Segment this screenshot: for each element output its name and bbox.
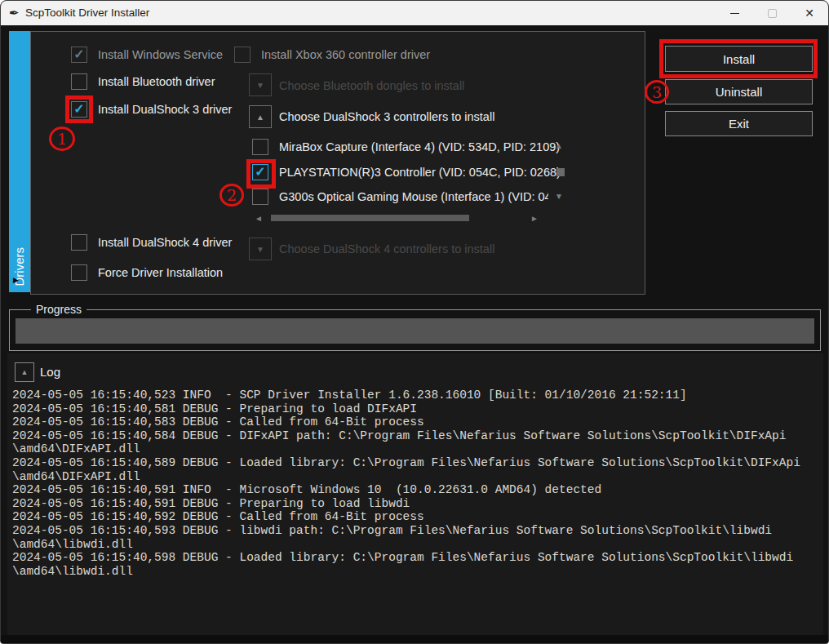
progress-label: Progress: [31, 303, 86, 316]
log-line: 2024-05-05 16:15:40,593 DEBUG - libwdi p…: [12, 524, 820, 538]
list-scrollbar-thumb[interactable]: [556, 168, 565, 176]
drivers-panel: ✓ Install Windows Service Install Xbox 3…: [30, 31, 645, 295]
close-button[interactable]: ✕: [791, 1, 828, 25]
log-panel: ▲ Log 2024-05-05 16:15:40,523 INFO - SCP…: [7, 353, 823, 635]
annotation-circle-step3: 3: [645, 80, 669, 104]
log-output: 2024-05-05 16:15:40,523 INFO - SCP Drive…: [12, 389, 820, 578]
exit-button[interactable]: Exit: [665, 111, 813, 136]
progress-group: Progress: [9, 309, 821, 351]
device-checkbox-mirabox[interactable]: [252, 139, 268, 155]
window-title: ScpToolkit Driver Installer: [25, 7, 149, 19]
checkbox-windows-service: ✓: [71, 47, 87, 63]
checkbox-xbox360: [234, 47, 250, 63]
hscroll-left-icon[interactable]: ◄: [255, 214, 263, 223]
checkbox-bluetooth-label[interactable]: Install Bluetooth driver: [98, 75, 215, 88]
chevron-up-icon: ▲: [21, 368, 29, 376]
log-line: \amd64\DIFxAPI.dll: [12, 470, 820, 484]
log-line: 2024-05-05 16:15:40,589 DEBUG - Loaded l…: [12, 456, 820, 470]
annotation-box-step2: [246, 159, 276, 189]
log-line: 2024-05-05 16:15:40,591 DEBUG - Preparin…: [12, 497, 820, 511]
check-icon: ✓: [73, 48, 84, 61]
annotation-box-step1: [65, 95, 93, 123]
annotation-circle-step2: 2: [219, 184, 244, 207]
checkbox-force-install[interactable]: [71, 264, 87, 281]
log-line: 2024-05-05 16:15:40,592 DEBUG - Called f…: [12, 510, 820, 524]
maximize-button[interactable]: [753, 1, 791, 25]
dualshock4-dropdown-label: Choose DualShock 4 controllers to instal…: [279, 242, 494, 255]
hscrollbar-thumb[interactable]: [271, 215, 469, 221]
log-line: \amd64\libwdi.dll: [12, 538, 820, 552]
chevron-up-icon: ▲: [256, 113, 264, 122]
maximize-icon: [768, 9, 777, 18]
tab-drivers[interactable]: Drivers: [9, 31, 30, 292]
log-line: 2024-05-05 16:15:40,581 DEBUG - Preparin…: [12, 402, 820, 416]
minimize-icon: [730, 13, 739, 14]
log-line: 2024-05-05 16:15:40,591 INFO - Microsoft…: [12, 483, 820, 497]
log-line: 2024-05-05 16:15:40,584 DEBUG - DIFxAPI …: [12, 429, 820, 443]
chevron-down-icon: ▼: [256, 245, 264, 254]
window-bottom-strip: [1, 635, 829, 644]
log-line: 2024-05-05 16:15:40,583 DEBUG - Called f…: [12, 415, 820, 429]
checkbox-xbox360-label: Install Xbox 360 controller driver: [261, 48, 430, 61]
dualshock4-dropdown-toggle: ▼: [249, 238, 272, 260]
minimize-button[interactable]: [716, 1, 753, 25]
dualshock3-dropdown-label[interactable]: Choose DualShock 3 controllers to instal…: [279, 110, 494, 123]
annotation-step3-number: 3: [652, 83, 662, 101]
log-line: \amd64\libwdi.dll: [12, 565, 820, 579]
app-icon: ✒: [9, 6, 20, 20]
device-checkbox-g300s[interactable]: [252, 189, 268, 205]
bluetooth-dongle-dropdown-label: Choose Bluetooth dongles to install: [279, 79, 464, 92]
list-scroll-up-icon[interactable]: ▲: [555, 141, 563, 150]
dualshock3-dropdown-toggle[interactable]: ▲: [249, 105, 272, 128]
checkbox-dualshock3-label[interactable]: Install DualShock 3 driver: [98, 103, 232, 116]
tab-expander-icon: ▶: [13, 276, 19, 284]
app-window: ✒ ScpToolkit Driver Installer ✕ Drivers …: [0, 0, 829, 644]
checkbox-dualshock4[interactable]: [71, 234, 87, 251]
log-expander-button[interactable]: ▲: [15, 362, 34, 382]
annotation-step1-number: 1: [57, 130, 67, 148]
device-label-g300s[interactable]: G300s Optical Gaming Mouse (Interface 1)…: [279, 190, 548, 203]
checkbox-dualshock4-label[interactable]: Install DualShock 4 driver: [98, 236, 232, 249]
chevron-down-icon: ▼: [256, 81, 264, 90]
list-scroll-down-icon[interactable]: ▼: [555, 192, 563, 201]
device-label-playstation3[interactable]: PLAYSTATION(R)3 Controller (VID: 054C, P…: [279, 166, 561, 179]
uninstall-button[interactable]: Uninstall: [665, 79, 813, 104]
device-label-g300s-clip: G300s Optical Gaming Mouse (Interface 1)…: [279, 190, 548, 207]
annotation-step2-number: 2: [227, 186, 237, 204]
hscroll-right-icon[interactable]: ►: [530, 214, 539, 223]
annotation-circle-step1: 1: [49, 127, 75, 151]
checkbox-force-install-label[interactable]: Force Driver Installation: [98, 266, 223, 279]
log-line: \amd64\DIFxAPI.dll: [12, 442, 820, 456]
title-bar[interactable]: ✒ ScpToolkit Driver Installer ✕: [1, 1, 829, 25]
log-label: Log: [40, 365, 60, 379]
annotation-box-step3: [659, 39, 818, 78]
bluetooth-dongle-dropdown-toggle: ▼: [249, 73, 272, 96]
close-icon: ✕: [805, 7, 814, 20]
log-line: 2024-05-05 16:15:40,523 INFO - SCP Drive…: [12, 389, 820, 402]
checkbox-windows-service-label: Install Windows Service: [98, 48, 223, 61]
device-label-mirabox[interactable]: MiraBox Capture (Interface 4) (VID: 534D…: [279, 140, 560, 153]
progress-bar: [16, 318, 814, 344]
checkbox-bluetooth[interactable]: [71, 73, 87, 90]
log-line: 2024-05-05 16:15:40,598 DEBUG - Loaded l…: [12, 551, 820, 565]
